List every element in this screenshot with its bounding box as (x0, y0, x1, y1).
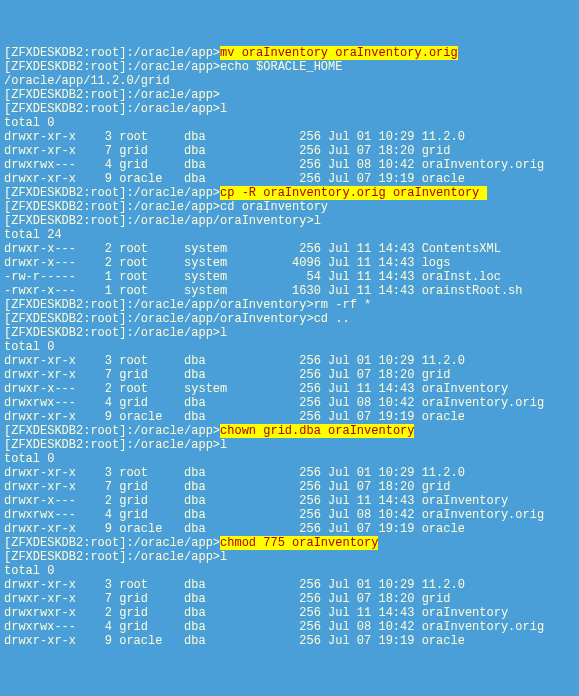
terminal-line: drwxr-xr-x 9 oracle dba 256 Jul 07 19:19… (4, 634, 575, 648)
highlighted-command: mv oraInventory oraInventory.orig (220, 46, 458, 60)
terminal-line: drwxrwx--- 4 grid dba 256 Jul 08 10:42 o… (4, 396, 575, 410)
highlighted-command: chown grid.dba oraInventory (220, 424, 414, 438)
terminal-line: [ZFXDESKDB2:root]:/oracle/app/oraInvento… (4, 214, 575, 228)
terminal-text: [ZFXDESKDB2:root]:/oracle/app> (4, 46, 220, 60)
terminal-text: /oracle/app/11.2.0/grid (4, 74, 170, 88)
terminal-text: [ZFXDESKDB2:root]:/oracle/app>l (4, 326, 227, 340)
terminal-output: [ZFXDESKDB2:root]:/oracle/app>mv oraInve… (4, 46, 575, 648)
terminal-line: drwxrwx--- 4 grid dba 256 Jul 08 10:42 o… (4, 158, 575, 172)
terminal-text: [ZFXDESKDB2:root]:/oracle/app> (4, 424, 220, 438)
terminal-text: total 0 (4, 452, 54, 466)
terminal-line: total 0 (4, 452, 575, 466)
terminal-text: -rw-r----- 1 root system 54 Jul 11 14:43… (4, 270, 501, 284)
terminal-line: total 24 (4, 228, 575, 242)
terminal-text: [ZFXDESKDB2:root]:/oracle/app> (4, 536, 220, 550)
terminal-line: [ZFXDESKDB2:root]:/oracle/app>l (4, 438, 575, 452)
terminal-line: drwxr-x--- 2 grid dba 256 Jul 11 14:43 o… (4, 494, 575, 508)
terminal-line: /oracle/app/11.2.0/grid (4, 74, 575, 88)
highlighted-command: chmod 775 oraInventory (220, 536, 378, 550)
terminal-line: [ZFXDESKDB2:root]:/oracle/app/oraInvento… (4, 298, 575, 312)
terminal-text: [ZFXDESKDB2:root]:/oracle/app>cd oraInve… (4, 200, 328, 214)
terminal-text: drwxr-x--- 2 root system 256 Jul 11 14:4… (4, 242, 501, 256)
terminal-line: -rwxr-x--- 1 root system 1630 Jul 11 14:… (4, 284, 575, 298)
terminal-line: drwxr-x--- 2 root system 4096 Jul 11 14:… (4, 256, 575, 270)
terminal-line: drwxr-x--- 2 root system 256 Jul 11 14:4… (4, 382, 575, 396)
terminal-text: drwxrwxr-x 2 grid dba 256 Jul 11 14:43 o… (4, 606, 508, 620)
terminal-line: drwxr-x--- 2 root system 256 Jul 11 14:4… (4, 242, 575, 256)
terminal-line: [ZFXDESKDB2:root]:/oracle/app>mv oraInve… (4, 46, 575, 60)
terminal-line: drwxr-xr-x 7 grid dba 256 Jul 07 18:20 g… (4, 592, 575, 606)
terminal-line: [ZFXDESKDB2:root]:/oracle/app>chmod 775 … (4, 536, 575, 550)
terminal-text: drwxr-xr-x 3 root dba 256 Jul 01 10:29 1… (4, 354, 465, 368)
terminal-line: drwxr-xr-x 7 grid dba 256 Jul 07 18:20 g… (4, 480, 575, 494)
terminal-text: drwxr-xr-x 7 grid dba 256 Jul 07 18:20 g… (4, 368, 450, 382)
terminal-text: [ZFXDESKDB2:root]:/oracle/app> (4, 88, 220, 102)
terminal-line: [ZFXDESKDB2:root]:/oracle/app> (4, 88, 575, 102)
terminal-line: drwxr-xr-x 7 grid dba 256 Jul 07 18:20 g… (4, 368, 575, 382)
terminal-text: drwxrwx--- 4 grid dba 256 Jul 08 10:42 o… (4, 158, 544, 172)
terminal-text: drwxrwx--- 4 grid dba 256 Jul 08 10:42 o… (4, 508, 544, 522)
terminal-text: drwxr-xr-x 3 root dba 256 Jul 01 10:29 1… (4, 578, 465, 592)
terminal-text: drwxr-xr-x 9 oracle dba 256 Jul 07 19:19… (4, 410, 465, 424)
terminal-text: drwxr-xr-x 7 grid dba 256 Jul 07 18:20 g… (4, 592, 450, 606)
terminal-text: [ZFXDESKDB2:root]:/oracle/app>l (4, 438, 227, 452)
terminal-text: drwxrwx--- 4 grid dba 256 Jul 08 10:42 o… (4, 396, 544, 410)
terminal-line: drwxr-xr-x 3 root dba 256 Jul 01 10:29 1… (4, 354, 575, 368)
terminal-line: [ZFXDESKDB2:root]:/oracle/app>l (4, 102, 575, 116)
terminal-line: [ZFXDESKDB2:root]:/oracle/app/oraInvento… (4, 312, 575, 326)
highlighted-command: cp -R oraInventory.orig oraInventory (220, 186, 486, 200)
terminal-text: total 0 (4, 564, 54, 578)
terminal-line: total 0 (4, 340, 575, 354)
terminal-line: drwxr-xr-x 3 root dba 256 Jul 01 10:29 1… (4, 578, 575, 592)
terminal-line: drwxr-xr-x 9 oracle dba 256 Jul 07 19:19… (4, 522, 575, 536)
terminal-text: total 0 (4, 340, 54, 354)
terminal-line: drwxr-xr-x 7 grid dba 256 Jul 07 18:20 g… (4, 144, 575, 158)
terminal-text: drwxr-xr-x 3 root dba 256 Jul 01 10:29 1… (4, 466, 465, 480)
terminal-line: total 0 (4, 564, 575, 578)
terminal-text: [ZFXDESKDB2:root]:/oracle/app> (4, 186, 220, 200)
terminal-text: drwxr-xr-x 7 grid dba 256 Jul 07 18:20 g… (4, 144, 450, 158)
terminal-text: drwxr-xr-x 9 oracle dba 256 Jul 07 19:19… (4, 522, 465, 536)
terminal-line: drwxrwx--- 4 grid dba 256 Jul 08 10:42 o… (4, 508, 575, 522)
terminal-line: [ZFXDESKDB2:root]:/oracle/app>l (4, 550, 575, 564)
terminal-text: [ZFXDESKDB2:root]:/oracle/app>l (4, 550, 227, 564)
terminal-text: [ZFXDESKDB2:root]:/oracle/app>l (4, 102, 227, 116)
terminal-text: drwxr-xr-x 3 root dba 256 Jul 01 10:29 1… (4, 130, 465, 144)
terminal-line: [ZFXDESKDB2:root]:/oracle/app>chown grid… (4, 424, 575, 438)
terminal-line: total 0 (4, 116, 575, 130)
terminal-line: [ZFXDESKDB2:root]:/oracle/app>l (4, 326, 575, 340)
terminal-line: drwxr-xr-x 9 oracle dba 256 Jul 07 19:19… (4, 410, 575, 424)
terminal-line: drwxrwx--- 4 grid dba 256 Jul 08 10:42 o… (4, 620, 575, 634)
terminal-line: [ZFXDESKDB2:root]:/oracle/app>cd oraInve… (4, 200, 575, 214)
terminal-line: drwxr-xr-x 3 root dba 256 Jul 01 10:29 1… (4, 466, 575, 480)
terminal-text: total 24 (4, 228, 62, 242)
terminal-line: [ZFXDESKDB2:root]:/oracle/app>echo $ORAC… (4, 60, 575, 74)
terminal-text: drwxr-x--- 2 root system 256 Jul 11 14:4… (4, 382, 508, 396)
terminal-text: drwxr-x--- 2 root system 4096 Jul 11 14:… (4, 256, 450, 270)
terminal-line: [ZFXDESKDB2:root]:/oracle/app>cp -R oraI… (4, 186, 575, 200)
terminal-line: -rw-r----- 1 root system 54 Jul 11 14:43… (4, 270, 575, 284)
terminal-text: -rwxr-x--- 1 root system 1630 Jul 11 14:… (4, 284, 522, 298)
terminal-text: total 0 (4, 116, 54, 130)
terminal-text: [ZFXDESKDB2:root]:/oracle/app/oraInvento… (4, 312, 350, 326)
terminal-text: drwxr-xr-x 9 oracle dba 256 Jul 07 19:19… (4, 634, 465, 648)
terminal-text: drwxr-xr-x 7 grid dba 256 Jul 07 18:20 g… (4, 480, 450, 494)
terminal-text: [ZFXDESKDB2:root]:/oracle/app/oraInvento… (4, 298, 371, 312)
terminal-text: [ZFXDESKDB2:root]:/oracle/app/oraInvento… (4, 214, 321, 228)
terminal-line: drwxr-xr-x 9 oracle dba 256 Jul 07 19:19… (4, 172, 575, 186)
terminal-text: [ZFXDESKDB2:root]:/oracle/app>echo $ORAC… (4, 60, 342, 74)
terminal-line: drwxr-xr-x 3 root dba 256 Jul 01 10:29 1… (4, 130, 575, 144)
terminal-text: drwxr-xr-x 9 oracle dba 256 Jul 07 19:19… (4, 172, 465, 186)
terminal-text: drwxr-x--- 2 grid dba 256 Jul 11 14:43 o… (4, 494, 508, 508)
terminal-text: drwxrwx--- 4 grid dba 256 Jul 08 10:42 o… (4, 620, 544, 634)
terminal-line: drwxrwxr-x 2 grid dba 256 Jul 11 14:43 o… (4, 606, 575, 620)
